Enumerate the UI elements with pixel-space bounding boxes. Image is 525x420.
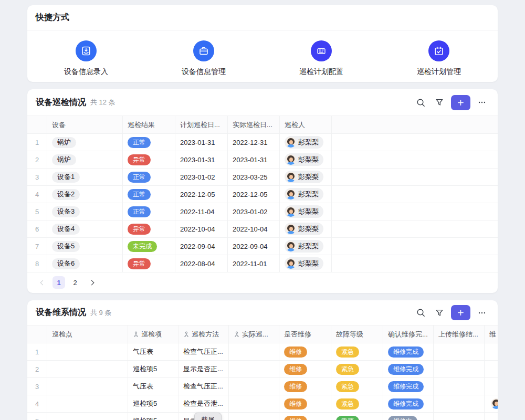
item-text: 气压表 (133, 347, 153, 356)
inspector-chip: 彭梨梨 (285, 136, 323, 149)
table-row[interactable]: 1 锅炉 正常 2023-01-31 2022-12-31 彭梨梨 (27, 134, 498, 151)
confirm-pill: 维修完成 (388, 398, 424, 410)
column-header-repair[interactable]: 是否维修 (279, 326, 331, 343)
next-page-icon[interactable] (85, 276, 98, 289)
actual-date: 2023-03-25 (233, 173, 268, 181)
table-row[interactable]: 8 设备6 异常 2022-08-04 2022-11-01 彭梨梨 (27, 255, 498, 272)
page-2-button[interactable]: 2 (69, 276, 81, 289)
item-text: 气压表 (133, 382, 153, 391)
device-tag: 设备5 (52, 241, 80, 252)
inspection-card: 设备巡检情况 共 12 条 设备 巡检结果 计划巡检日... 实际巡检日... … (27, 89, 498, 293)
result-pill: 未完成 (128, 241, 157, 252)
add-record-button[interactable] (451, 95, 470, 110)
planned-date: 2022-09-04 (180, 243, 215, 250)
search-icon[interactable] (413, 95, 428, 110)
inspector-chip: 彭梨梨 (285, 153, 323, 166)
table-row[interactable]: 3 设备1 正常 2023-01-02 2023-03-25 彭梨梨 (27, 169, 498, 186)
table-row[interactable]: 4 巡检项5 检查是否泄... 维修 紧急 维修完成 (27, 395, 498, 413)
column-header-planned-date[interactable]: 计划巡检日... (175, 116, 228, 133)
table-row[interactable]: 2 巡检项5 显示是否正... 维修 紧急 维修完成 (27, 361, 498, 378)
inspector-chip: 彭梨梨 (285, 223, 323, 235)
result-pill: 正常 (128, 206, 151, 217)
row-number: 6 (27, 220, 47, 237)
level-pill: 重要 (336, 416, 359, 420)
shortcut-device-manage[interactable]: 设备信息管理 (145, 40, 262, 77)
column-header-confirm[interactable]: 确认维修完... (383, 326, 434, 343)
level-pill: 紧急 (336, 398, 359, 410)
shortcuts-header: 快捷方式 (27, 5, 498, 30)
table-row[interactable]: 5 设备3 正常 2022-11-04 2023-01-02 彭梨梨 (27, 203, 498, 220)
inspector-chip: 彭梨梨 (285, 188, 323, 201)
avatar (286, 137, 296, 148)
table-row[interactable]: 4 设备2 正常 2022-12-05 2022-12-05 彭梨梨 (27, 186, 498, 203)
shortcut-plan-manage[interactable]: 巡检计划管理 (380, 40, 498, 77)
row-number: 3 (27, 169, 47, 185)
column-header-actual[interactable]: 实际巡... (229, 326, 279, 343)
lookup-icon (133, 331, 139, 338)
planned-date: 2023-01-31 (180, 156, 215, 164)
table-row[interactable]: 1 气压表 检查气压正... 维修 紧急 维修完成 (27, 343, 498, 361)
lookup-icon (234, 331, 240, 338)
device-tag: 设备3 (52, 206, 80, 217)
column-header-item[interactable]: 巡检项 (128, 326, 178, 343)
avatar (491, 398, 498, 409)
search-icon[interactable] (413, 306, 428, 320)
screenshot-tooltip[interactable]: 截屏 (194, 413, 222, 420)
repair-pill: 维修 (284, 416, 307, 420)
device-tag: 设备6 (52, 258, 80, 269)
inspector-chip: 彭梨梨 (285, 205, 323, 218)
actual-date: 2022-09-04 (233, 243, 268, 250)
planned-date: 2022-12-05 (180, 191, 215, 198)
page-1-button[interactable]: 1 (52, 276, 65, 289)
shortcut-device-entry[interactable]: 设备信息录入 (27, 40, 145, 77)
confirm-pill: 维修完成 (388, 381, 424, 392)
planned-date: 2022-08-04 (180, 260, 215, 268)
inspection-title: 设备巡检情况 (36, 97, 86, 108)
filter-icon[interactable] (432, 306, 447, 320)
column-header-level[interactable]: 故障等级 (331, 326, 383, 343)
table-row[interactable]: 3 气压表 检查气压正... 维修 紧急 维修完成 (27, 378, 498, 395)
column-header-upload[interactable]: 上传维修结... (434, 326, 485, 343)
prev-page-icon[interactable] (36, 276, 49, 289)
device-tag: 设备2 (52, 189, 80, 200)
table-row[interactable]: 6 设备4 异常 2022-10-04 2022-10-04 彭梨梨 (27, 220, 498, 238)
table-row[interactable]: 2 锅炉 异常 2023-01-31 2023-01-31 彭梨梨 (27, 151, 498, 169)
avatar (286, 224, 296, 234)
shortcuts-card: 快捷方式 设备信息录入 设备信息管理 (27, 5, 498, 82)
item-text: 巡检项5 (133, 416, 157, 420)
result-pill: 异常 (128, 224, 151, 235)
column-header-point[interactable]: 巡检点 (47, 326, 128, 343)
inspection-toolbar (413, 95, 489, 110)
repair-pill: 维修 (284, 381, 307, 392)
column-header-actual-date[interactable]: 实际巡检日... (228, 116, 280, 133)
more-icon[interactable] (475, 95, 489, 110)
avatar (286, 189, 296, 200)
screenshot-tooltip-label: 截屏 (201, 415, 215, 420)
avatar (286, 154, 296, 165)
table-row[interactable]: 7 设备5 未完成 2022-09-04 2022-09-04 彭梨梨 (27, 238, 498, 255)
shortcut-label: 设备信息录入 (64, 67, 108, 77)
maintenance-card: 设备维系情况 共 9 条 巡检点 巡检项 巡检方法 实际巡... (27, 300, 498, 420)
shortcut-label: 巡检计划管理 (417, 67, 461, 77)
shortcuts-row: 设备信息录入 设备信息管理 巡检计划配置 (27, 30, 498, 77)
add-record-button[interactable] (451, 305, 470, 320)
actual-date: 2023-01-31 (233, 156, 268, 164)
column-header-truncated[interactable]: 维 (485, 326, 498, 343)
table-row[interactable]: 5 巡检项5 显示是否正... 维修 重要 维修中 (27, 413, 498, 420)
column-header-inspector[interactable]: 巡检人 (280, 116, 332, 133)
maintenance-count: 共 9 条 (90, 308, 111, 318)
more-icon[interactable] (475, 306, 489, 320)
column-header-device[interactable]: 设备 (47, 116, 123, 133)
inspector-chip: 彭梨梨 (285, 171, 323, 183)
avatar (286, 206, 296, 217)
column-header-result[interactable]: 巡检结果 (123, 116, 175, 133)
result-pill: 正常 (128, 137, 151, 148)
filter-icon[interactable] (432, 95, 447, 110)
method-text: 检查是否泄... (183, 399, 223, 408)
shortcut-plan-config[interactable]: 巡检计划配置 (262, 40, 380, 77)
keyboard-icon (311, 40, 332, 61)
level-pill: 紧急 (336, 364, 359, 375)
method-text: 检查气压正... (183, 382, 223, 391)
repair-pill: 维修 (284, 398, 307, 410)
column-header-method[interactable]: 巡检方法 (178, 326, 229, 343)
